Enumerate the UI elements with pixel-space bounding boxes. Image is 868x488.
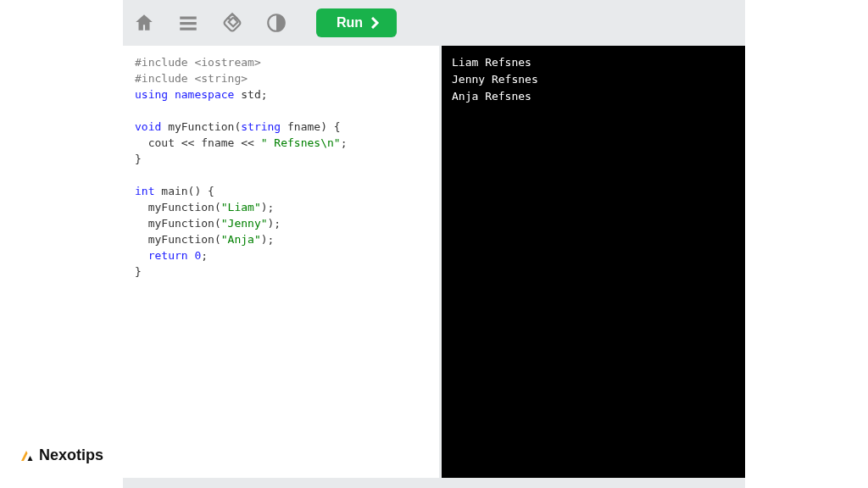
code-line: using namespace std; — [135, 86, 427, 103]
right-margin — [745, 0, 868, 488]
theme-contrast-icon[interactable] — [264, 10, 289, 36]
run-button-label: Run — [337, 15, 363, 30]
orientation-icon[interactable] — [220, 10, 245, 36]
code-editor[interactable]: #include <iostream>#include <string>usin… — [123, 46, 439, 478]
menu-icon[interactable] — [175, 10, 201, 36]
code-line: void myFunction(string fname) { — [135, 119, 427, 135]
toolbar: Run — [123, 0, 745, 46]
code-line — [135, 167, 427, 183]
code-line: #include <iostream> — [135, 54, 427, 70]
code-line: int main() { — [135, 183, 427, 199]
logo-icon — [19, 448, 34, 463]
code-line: cout << fname << " Refsnes\n"; — [135, 135, 427, 151]
code-line: #include <string> — [135, 70, 427, 86]
svg-rect-0 — [223, 14, 241, 31]
code-line — [135, 103, 427, 119]
code-line: myFunction("Liam"); — [135, 199, 427, 215]
chevron-right-icon — [371, 17, 380, 29]
brand-name: Nexotips — [39, 446, 103, 464]
home-icon[interactable] — [131, 10, 157, 36]
code-line: myFunction("Jenny"); — [135, 215, 427, 231]
left-margin — [0, 0, 123, 488]
code-line: myFunction("Anja"); — [135, 231, 427, 247]
output-console: Liam Refsnes Jenny Refsnes Anja Refsnes — [442, 46, 745, 478]
brand-logo: Nexotips — [19, 446, 103, 464]
code-line: } — [135, 263, 427, 280]
code-line: } — [135, 151, 427, 167]
code-line: return 0; — [135, 247, 427, 263]
run-button[interactable]: Run — [316, 8, 397, 37]
